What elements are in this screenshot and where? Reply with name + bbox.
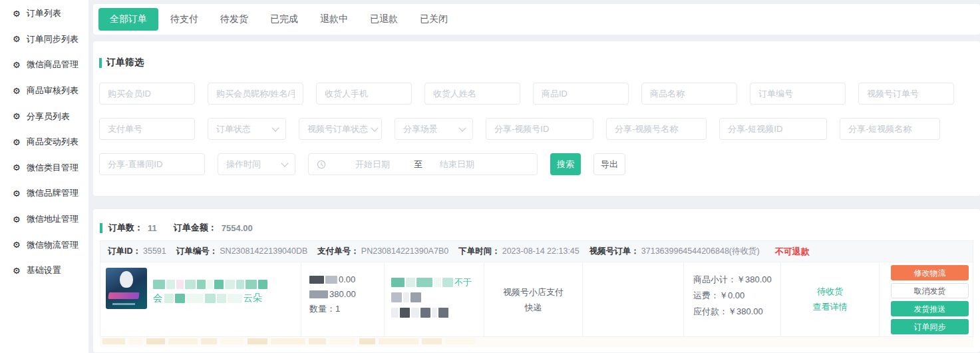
tab-pending-payment[interactable]: 待支付 <box>160 8 208 31</box>
sidebar-item-label: 微信商品管理 <box>27 59 79 71</box>
gear-icon: ⚙ <box>13 61 21 69</box>
filter-title: 订单筛选 <box>99 57 974 69</box>
filter-input-share-video-name[interactable] <box>840 118 940 140</box>
channels-order-field: 视频号订单：3713639964544206848(待收货) <box>589 246 760 257</box>
redacted-product-name: 会 云朵 <box>153 268 269 331</box>
filter-select-order-status[interactable]: 订单状态 <box>208 118 286 140</box>
date-range-separator: 至 <box>414 159 422 171</box>
amount-due-line: 应付款：￥380.00 <box>693 304 780 320</box>
quantity-value: 1 <box>335 302 340 316</box>
filter-input-share-live-id[interactable] <box>99 153 205 175</box>
sidebar-item-label: 微信地址管理 <box>27 213 79 225</box>
tab-all-orders[interactable]: 全部订单 <box>98 8 158 31</box>
export-button[interactable]: 导出 <box>593 153 625 175</box>
redacted-nickname: 不于 <box>391 276 484 288</box>
search-button[interactable]: 搜索 <box>550 153 581 175</box>
sidebar-item-basic-settings[interactable]: ⚙ 基础设置 <box>0 258 88 284</box>
price-fragment: 0.00 <box>339 272 355 287</box>
nickname-fragment: 不于 <box>454 276 472 288</box>
payment-method: 视频号小店支付 <box>484 284 582 300</box>
modify-logistics-button[interactable]: 修改物流 <box>891 265 969 280</box>
chevron-down-icon <box>371 124 378 131</box>
order-header: 订单ID：35591 订单编号：SN23081422139040DB 支付单号：… <box>100 240 973 262</box>
gear-icon: ⚙ <box>13 215 21 224</box>
order-id-field: 订单ID：35591 <box>108 246 166 257</box>
tab-closed[interactable]: 已关闭 <box>410 8 458 31</box>
redacted-line: 会 云朵 <box>153 292 269 304</box>
sidebar-item-order-sync-list[interactable]: ⚙ 订单同步列表 <box>0 27 88 53</box>
buyer-cell: 不于 <box>385 262 484 336</box>
filter-input-product-name[interactable] <box>641 83 737 105</box>
sidebar-item-wechat-logistics-mgmt[interactable]: ⚙ 微信物流管理 <box>0 232 88 258</box>
sidebar-item-label: 订单列表 <box>27 7 61 19</box>
filter-input-share-channels-name[interactable] <box>606 118 707 140</box>
filter-input-receiver-phone[interactable] <box>316 83 412 105</box>
filter-input-pay-no[interactable] <box>99 118 195 140</box>
sidebar-item-wechat-brand-mgmt[interactable]: ⚙ 微信品牌管理 <box>0 180 88 206</box>
filter-input-receiver-name[interactable] <box>424 83 520 105</box>
chevron-down-icon <box>458 124 466 131</box>
gear-icon: ⚙ <box>13 240 21 249</box>
order-amount-value: 7554.00 <box>222 223 253 233</box>
date-start-placeholder: 开始日期 <box>355 159 414 171</box>
order-status-tabs: 全部订单 待支付 待发货 已完成 退款中 已退款 已关闭 <box>93 4 980 35</box>
filter-input-share-channels-id[interactable] <box>486 118 593 140</box>
select-placeholder: 订单状态 <box>216 123 251 135</box>
poster-figure <box>120 271 133 288</box>
tab-pending-shipment[interactable]: 待发货 <box>210 8 258 31</box>
non-refundable-badge: 不可退款 <box>775 246 810 258</box>
tab-refunding[interactable]: 退款中 <box>310 8 358 31</box>
filter-input-share-video-id[interactable] <box>719 118 827 140</box>
date-range-picker[interactable]: 开始日期 至 结束日期 <box>308 153 538 175</box>
sidebar-item-order-list[interactable]: ⚙ 订单列表 <box>0 1 88 27</box>
tab-completed[interactable]: 已完成 <box>260 8 308 31</box>
filter-input-product-id[interactable] <box>533 83 629 105</box>
filter-card: 订单筛选 订单状态 视频号订单状态 <box>93 41 980 196</box>
next-order-partial <box>100 337 973 347</box>
cancel-shipment-button[interactable]: 取消发货 <box>891 283 969 298</box>
sidebar-item-label: 微信物流管理 <box>27 239 79 251</box>
order-summary: 订单数： 11 订单金额： 7554.00 <box>100 222 973 234</box>
shipping-method: 快递 <box>484 300 582 315</box>
sidebar-item-wechat-address-mgmt[interactable]: ⚙ 微信地址管理 <box>0 206 88 232</box>
filter-input-buyer-name[interactable] <box>208 83 303 105</box>
app-root: ⚙ 订单列表 ⚙ 订单同步列表 ⚙ 微信商品管理 ⚙ 商品审核列表 ⚙ 分享员列… <box>0 0 980 353</box>
sidebar-item-wechat-product-mgmt[interactable]: ⚙ 微信商品管理 <box>0 52 88 78</box>
price-fragment: 380.00 <box>329 287 356 302</box>
gear-icon: ⚙ <box>13 35 21 43</box>
product-name-fragment-end: 云朵 <box>244 292 262 304</box>
sidebar-item-sharer-list[interactable]: ⚙ 分享员列表 <box>0 103 88 129</box>
filter-title-text: 订单筛选 <box>106 57 144 69</box>
filter-select-channels-order-status[interactable]: 视频号订单状态 <box>299 118 382 140</box>
filter-select-op-time[interactable]: 操作时间 <box>218 153 295 175</box>
filter-input-order-no[interactable] <box>750 83 846 105</box>
totals-cell: 商品小计：￥380.00 运费：￥0.00 应付款：￥380.00 <box>684 262 781 336</box>
redacted-receiver-name <box>391 292 484 303</box>
accent-bar <box>99 58 102 68</box>
tab-refunded[interactable]: 已退款 <box>360 8 408 31</box>
filter-select-share-scene[interactable]: 分享场景 <box>395 118 473 140</box>
sidebar-item-label: 微信品牌管理 <box>27 187 79 199</box>
gear-icon: ⚙ <box>13 189 21 198</box>
shipment-push-button[interactable]: 发货推送 <box>891 301 969 316</box>
filter-input-channels-order-no[interactable] <box>858 83 954 105</box>
filter-input-buyer-id[interactable] <box>99 83 195 105</box>
order-sync-button[interactable]: 订单同步 <box>891 319 969 334</box>
shipping-fee-line: 运费：￥0.00 <box>693 288 780 304</box>
sidebar-item-product-change-list[interactable]: ⚙ 商品变动列表 <box>0 129 88 155</box>
order-count-label: 订单数： <box>108 222 143 234</box>
gear-icon: ⚙ <box>13 163 21 172</box>
actions-cell: 修改物流 取消发货 发货推送 订单同步 <box>880 262 974 336</box>
product-name-fragment-start: 会 <box>153 292 162 304</box>
sidebar-item-product-review-list[interactable]: ⚙ 商品审核列表 <box>0 78 88 104</box>
view-detail-link[interactable]: 查看详情 <box>781 299 879 314</box>
subtotal-line: 商品小计：￥380.00 <box>693 272 780 288</box>
sidebar-item-label: 订单同步列表 <box>27 33 79 45</box>
gear-icon: ⚙ <box>13 87 21 95</box>
share-info-cell <box>583 262 684 336</box>
sidebar-item-wechat-category-mgmt[interactable]: ⚙ 微信类目管理 <box>0 155 88 181</box>
filter-row-1 <box>99 83 974 105</box>
redacted-receiver-phone <box>391 307 484 318</box>
product-image <box>106 268 147 309</box>
price-cell: 0.00 380.00 数量：1 <box>301 262 385 336</box>
